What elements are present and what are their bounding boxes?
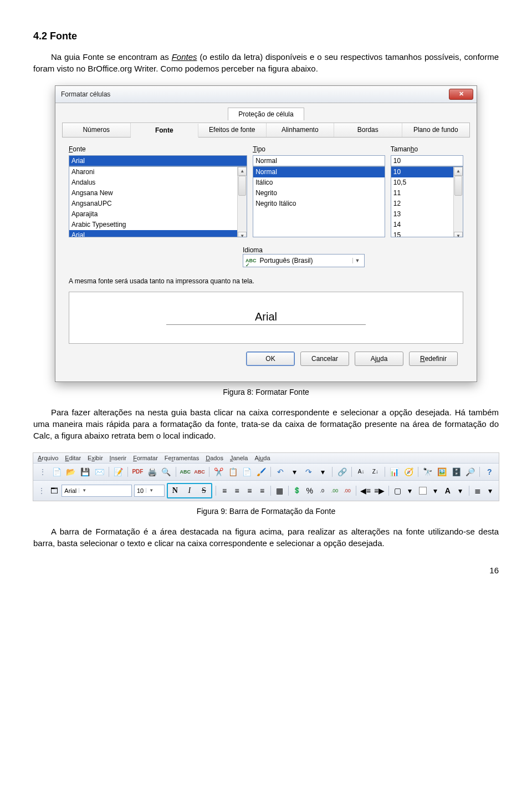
font-style-list[interactable]: Normal Itálico Negrito Negrito Itálico — [253, 166, 385, 237]
font-name-list[interactable]: Aharoni Andalus Angsana New AngsanaUPC A… — [69, 166, 247, 237]
help-icon[interactable]: ? — [483, 466, 495, 478]
merge-cells-icon[interactable]: ▦ — [274, 485, 285, 497]
fill-dropdown-icon[interactable]: ▾ — [430, 485, 441, 497]
datasource-icon[interactable]: 🗄️ — [450, 466, 462, 478]
list-item[interactable]: 14 — [391, 220, 453, 230]
align-center-icon[interactable]: ≡ — [232, 485, 242, 497]
list-item[interactable]: Andalus — [69, 177, 237, 188]
italic-button[interactable]: I — [183, 485, 196, 497]
remove-decimal-icon[interactable]: .00 — [342, 485, 352, 497]
scrollbar[interactable]: ▲ ▼ — [237, 167, 247, 237]
list-item[interactable]: Angsana New — [69, 188, 237, 198]
menu-ajuda[interactable]: Ajuda — [254, 455, 270, 461]
list-item[interactable]: Aparajita — [69, 209, 237, 220]
grip-icon[interactable]: ⋮ — [37, 485, 47, 497]
print-icon[interactable]: 🖨️ — [146, 466, 158, 478]
percent-icon[interactable]: % — [304, 485, 315, 497]
font-name-combo[interactable]: Arial ▼ — [62, 485, 132, 497]
new-doc-icon[interactable]: 📄 — [51, 466, 63, 478]
menu-dados[interactable]: Dados — [206, 455, 223, 461]
list-item[interactable]: 13 — [391, 209, 453, 220]
chevron-down-icon[interactable]: ▼ — [79, 488, 88, 493]
sort-desc-icon[interactable]: Z↓ — [369, 466, 381, 478]
email-icon[interactable]: ✉️ — [93, 466, 105, 478]
undo-dropdown-icon[interactable]: ▾ — [289, 466, 301, 478]
tab-alinhamento[interactable]: Alinhamento — [267, 123, 335, 137]
chevron-down-icon[interactable]: ▼ — [146, 488, 155, 493]
save-icon[interactable]: 💾 — [79, 466, 91, 478]
chevron-down-icon[interactable]: ▼ — [352, 258, 362, 263]
list-item[interactable]: Arabic Typesetting — [69, 220, 237, 230]
auto-spellcheck-icon[interactable]: ABC — [193, 466, 206, 478]
open-icon[interactable]: 📂 — [65, 466, 77, 478]
menu-formatar[interactable]: Formatar — [133, 455, 158, 461]
styles-icon[interactable]: 🗔 — [49, 485, 60, 497]
menu-editar[interactable]: Editar — [65, 455, 81, 461]
hyperlink-icon[interactable]: 🔗 — [336, 466, 348, 478]
tab-bordas[interactable]: Bordas — [334, 123, 402, 137]
find-icon[interactable]: 🔭 — [422, 466, 434, 478]
tab-numeros[interactable]: Números — [63, 123, 131, 137]
align-right-icon[interactable]: ≡ — [244, 485, 255, 497]
menu-ferramentas[interactable]: Ferramentas — [165, 455, 199, 461]
list-item[interactable]: 11 — [391, 188, 453, 198]
decrease-indent-icon[interactable]: ◀≡ — [360, 485, 371, 497]
font-size-combo[interactable]: 10 ▼ — [134, 485, 165, 497]
list-item[interactable]: 12 — [391, 198, 453, 209]
list-item[interactable]: Aharoni — [69, 167, 237, 177]
print-preview-icon[interactable]: 🔍 — [160, 466, 172, 478]
align-left-icon[interactable]: ≡ — [219, 485, 230, 497]
tab-plano-fundo[interactable]: Plano de fundo — [402, 123, 470, 137]
line-spacing-icon[interactable]: ≣ — [473, 485, 483, 497]
number-format-icon[interactable]: .0 — [317, 485, 328, 497]
tab-protecao-celula[interactable]: Proteção de célula — [228, 108, 304, 120]
list-item[interactable]: Negrito Itálico — [253, 198, 385, 209]
help-button[interactable]: Ajuda — [355, 352, 403, 366]
menu-exibir[interactable]: Exibir — [88, 455, 103, 461]
reset-button[interactable]: Redefinir — [409, 352, 458, 366]
scroll-up-icon[interactable]: ▲ — [454, 167, 463, 176]
grip-icon[interactable]: ⋮ — [37, 466, 49, 478]
line-spacing-dropdown-icon[interactable]: ▾ — [485, 485, 495, 497]
font-size-list[interactable]: 10 10,5 11 12 13 14 15 ▲ — [391, 166, 463, 237]
bold-button[interactable]: N — [169, 485, 181, 497]
align-justify-icon[interactable]: ≡ — [257, 485, 268, 497]
scroll-thumb[interactable] — [238, 176, 246, 196]
navigator-icon[interactable]: 🧭 — [403, 466, 415, 478]
scrollbar[interactable]: ▲ ▼ — [453, 167, 463, 237]
language-combo[interactable]: ABC Português (Brasil) ▼ — [243, 254, 365, 267]
edit-doc-icon[interactable]: 📝 — [112, 466, 125, 478]
font-style-input[interactable]: Normal — [253, 155, 385, 166]
redo-dropdown-icon[interactable]: ▾ — [317, 466, 329, 478]
font-color-icon[interactable]: A — [443, 485, 453, 497]
cancel-button[interactable]: Cancelar — [300, 352, 349, 366]
scroll-up-icon[interactable]: ▲ — [238, 167, 247, 176]
undo-icon[interactable]: ↶ — [274, 466, 287, 478]
list-item[interactable]: 15 — [391, 230, 453, 237]
list-item[interactable]: 10,5 — [391, 177, 453, 188]
list-item-selected[interactable]: Normal — [253, 167, 385, 177]
fill-color-icon[interactable] — [417, 485, 428, 497]
font-size-input[interactable]: 10 — [391, 155, 463, 166]
gallery-icon[interactable]: 🖼️ — [436, 466, 448, 478]
tab-efeitos[interactable]: Efeitos de fonte — [198, 123, 267, 137]
ok-button[interactable]: OK — [246, 352, 295, 366]
redo-icon[interactable]: ↷ — [303, 466, 315, 478]
list-item[interactable]: Negrito — [253, 188, 385, 198]
list-item-selected[interactable]: 10 — [391, 167, 453, 177]
copy-icon[interactable]: 📋 — [227, 466, 239, 478]
list-item[interactable]: Itálico — [253, 177, 385, 188]
export-pdf-icon[interactable]: PDF — [131, 466, 144, 478]
cut-icon[interactable]: ✂️ — [213, 466, 225, 478]
scroll-down-icon[interactable]: ▼ — [238, 232, 247, 237]
format-paintbrush-icon[interactable]: 🖌️ — [255, 466, 267, 478]
fontcolor-dropdown-icon[interactable]: ▾ — [455, 485, 466, 497]
menu-arquivo[interactable]: Arquivo — [38, 455, 58, 461]
paste-icon[interactable]: 📄 — [241, 466, 253, 478]
menu-janela[interactable]: Janela — [230, 455, 248, 461]
spellcheck-icon[interactable]: ABC — [180, 466, 192, 478]
close-icon[interactable]: ✕ — [449, 89, 473, 100]
borders-dropdown-icon[interactable]: ▾ — [405, 485, 416, 497]
underline-button[interactable]: S — [198, 485, 210, 497]
tab-fonte[interactable]: Fonte — [131, 124, 199, 138]
